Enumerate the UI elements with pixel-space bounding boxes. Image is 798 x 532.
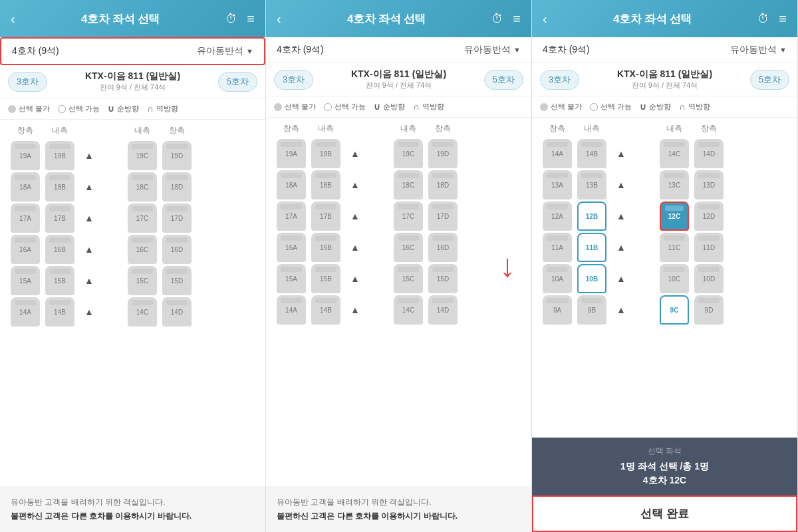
seat-p3-9c[interactable]: 9C (660, 295, 689, 325)
table-row: 16A 16B ▲ 16C 16D (274, 233, 523, 262)
seat-p2-18a: 18A (277, 170, 306, 200)
clock-icon-1[interactable]: ⏱ (225, 12, 237, 26)
back-button-3[interactable]: ‹ (543, 11, 547, 27)
car-selector-1[interactable]: 4호차 (9석) 유아동반석 ▼ (0, 37, 265, 65)
panel-3: ‹ 4호차 좌석 선택 ⏱ ≡ 4호차 (9석) 유아동반석 ▼ 3호차 KTX… (532, 0, 798, 532)
header-2: ‹ 4호차 좌석 선택 ⏱ ≡ (266, 0, 531, 37)
seat-p2-17a: 17A (277, 201, 306, 231)
seat-p2-18b: 18B (311, 170, 340, 200)
arrow-19: ▲ (77, 150, 101, 161)
menu-icon-1[interactable]: ≡ (247, 11, 255, 27)
seat-19a: 19A (11, 141, 40, 170)
seat-15a: 15A (11, 266, 40, 295)
next-car-btn-2[interactable]: 5호차 (484, 70, 523, 90)
seat-17d: 17D (162, 203, 192, 233)
confirm-button[interactable]: 선택 완료 (532, 495, 797, 532)
legend-backward-1: ∩ 역방향 (147, 104, 178, 114)
seat-p2-16a: 16A (277, 233, 306, 262)
seat-p3-11b[interactable]: 11B (577, 233, 606, 262)
seat-p2-14b: 14B (311, 295, 340, 325)
seat-p3-11c: 11C (660, 233, 689, 262)
clock-icon-3[interactable]: ⏱ (757, 12, 769, 26)
table-row: 12A 12B ▲ 12C 12D (540, 201, 789, 231)
seat-p2-15d: 15D (428, 264, 458, 293)
seat-19b: 19B (45, 141, 74, 170)
seat-17b: 17B (45, 203, 74, 233)
arrow-16: ▲ (77, 244, 101, 255)
unavail-dot-1 (8, 105, 16, 113)
table-row: 17A 17B ▲ 17C 17D (274, 201, 523, 231)
menu-icon-2[interactable]: ≡ (513, 11, 521, 27)
title-3: 4호차 좌석 선택 (613, 11, 692, 27)
legend-unavail-1: 선택 불가 (8, 104, 50, 114)
seat-p2-19a: 19A (277, 139, 306, 168)
next-car-btn-1[interactable]: 5호차 (218, 72, 257, 92)
header-3: ‹ 4호차 좌석 선택 ⏱ ≡ (532, 0, 797, 37)
seat-p2-14d: 14D (428, 295, 458, 325)
seat-p2-19b: 19B (311, 139, 340, 168)
table-row: 19A 19B ▲ 19C 19D (274, 139, 523, 168)
car-selector-3[interactable]: 4호차 (9석) 유아동반석 ▼ (532, 37, 797, 63)
seat-p3-13c: 13C (660, 170, 689, 200)
car-dropdown-1[interactable]: 유아동반석 ▼ (197, 45, 253, 57)
seat-14d: 14D (162, 297, 192, 327)
seat-area-1: 창측 내측 내측 창측 19A 19B ▲ 19C 19D 18A 18B ▲ … (0, 120, 265, 486)
prev-car-btn-3[interactable]: 3호차 (540, 70, 579, 90)
prev-car-btn-1[interactable]: 3호차 (8, 72, 47, 92)
seat-p3-10a: 10A (543, 264, 572, 293)
seat-p3-13d: 13D (694, 170, 724, 200)
header-1: ‹ 4호차 좌석 선택 ⏱ ≡ (0, 0, 265, 37)
seat-p3-12a: 12A (543, 201, 572, 231)
train-info-3: 3호차 KTX-이음 811 (일반실) 잔여 9석 / 전체 74석 5호차 (532, 63, 797, 96)
seat-p2-14c: 14C (394, 295, 423, 325)
table-row: 11A 11B ▲ 11C 11D (540, 233, 789, 262)
seat-p3-10d: 10D (694, 264, 724, 293)
seat-p3-12c[interactable]: 12C (660, 201, 689, 231)
menu-icon-3[interactable]: ≡ (779, 11, 787, 27)
seat-p3-10b[interactable]: 10B (577, 264, 606, 293)
seat-p3-14a: 14A (543, 139, 572, 168)
car-dropdown-2[interactable]: 유아동반석 ▼ (464, 44, 521, 56)
seat-p3-14d: 14D (694, 139, 724, 168)
seat-p2-15b: 15B (311, 264, 340, 293)
seat-16a: 16A (11, 235, 40, 264)
seat-p3-9b: 9B (577, 295, 606, 325)
seat-p2-17b: 17B (311, 201, 340, 231)
car-dropdown-3[interactable]: 유아동반석 ▼ (730, 44, 787, 56)
back-button-1[interactable]: ‹ (11, 11, 15, 27)
seat-15d: 15D (162, 266, 192, 295)
col-headers-1: 창측 내측 내측 창측 (8, 122, 257, 139)
table-row: 9A 9B ▲ 9C 9D (540, 295, 789, 325)
seat-p2-19d: 19D (428, 139, 458, 168)
legend-1: 선택 불가 선택 가능 ∪ 순방향 ∩ 역방향 (0, 98, 265, 120)
seat-p2-15c: 15C (394, 264, 423, 293)
next-car-btn-3[interactable]: 5호차 (750, 70, 789, 90)
train-name-2: KTX-이음 811 (일반실) 잔여 9석 / 전체 74석 (313, 68, 484, 90)
prev-car-btn-2[interactable]: 3호차 (274, 70, 313, 90)
arrow-18: ▲ (77, 182, 101, 192)
panel-1: ‹ 4호차 좌석 선택 ⏱ ≡ 4호차 (9석) 유아동반석 ▼ 3호차 KTX… (0, 0, 266, 532)
seat-p2-17d: 17D (428, 201, 458, 231)
header-icons-3: ⏱ ≡ (757, 11, 787, 27)
seat-area-2: 창측 내측 내측 창측 19A 19B ▲ 19C 19D 18A 18B ▲ … (266, 118, 531, 486)
car-selector-2[interactable]: 4호차 (9석) 유아동반석 ▼ (266, 37, 531, 63)
seat-17a: 17A (11, 203, 40, 233)
table-row: 16A 16B ▲ 16C 16D (8, 235, 257, 264)
footer-notice-1: 유아동반 고객을 배려하기 위한 객실입니다. 불편하신 고객은 다른 호차를 … (0, 486, 265, 532)
seat-p2-18c: 18C (394, 170, 423, 200)
table-row: 15A 15B ▲ 15C 15D (8, 266, 257, 295)
clock-icon-2[interactable]: ⏱ (491, 12, 503, 26)
seat-15c: 15C (128, 266, 157, 295)
selected-info-title: 선택 좌석 (543, 446, 787, 457)
seat-p3-11a: 11A (543, 233, 572, 262)
seat-p3-13a: 13A (543, 170, 572, 200)
seat-18b: 18B (45, 172, 74, 201)
col-headers-2: 창측 내측 내측 창측 (274, 120, 523, 137)
seat-p2-14a: 14A (277, 295, 306, 325)
legend-2: 선택 불가 선택 가능 ∪ 순방향 ∩ 역방향 (266, 96, 531, 118)
seat-p3-12b[interactable]: 12B (577, 201, 606, 231)
back-button-2[interactable]: ‹ (277, 11, 281, 27)
seat-p3-13b: 13B (577, 170, 606, 200)
legend-avail-1: 선택 가능 (58, 104, 100, 114)
header-icons-2: ⏱ ≡ (491, 11, 521, 27)
